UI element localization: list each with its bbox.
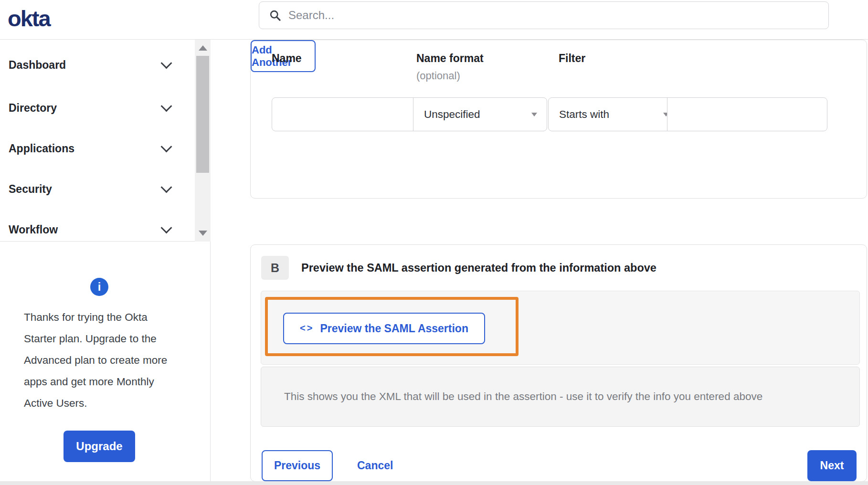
global-search-input[interactable]: Search... (259, 1, 829, 29)
name-format-select[interactable]: Unspecified (413, 97, 547, 131)
sidebar-item-dashboard[interactable]: Dashboard (9, 57, 173, 73)
sidebar-item-workflow[interactable]: Workflow (9, 221, 173, 238)
chevron-down-icon (160, 100, 172, 112)
sidebar-item-directory[interactable]: Directory (9, 100, 173, 116)
chevron-down-icon (160, 141, 172, 152)
scroll-down-icon[interactable] (199, 231, 207, 236)
top-header: okta Search... (0, 0, 868, 40)
filter-value-input[interactable] (667, 97, 827, 131)
previous-button[interactable]: Previous (262, 450, 333, 481)
name-format-optional-note: (optional) (416, 70, 460, 82)
preview-section-heading: Preview the SAML assertion generated fro… (301, 256, 656, 280)
saml-preview-card: B Preview the SAML assertion generated f… (250, 244, 867, 482)
preview-caption-text: This shows you the XML that will be used… (284, 390, 762, 403)
search-placeholder: Search... (288, 9, 334, 22)
scroll-up-icon[interactable] (199, 45, 207, 51)
page-bottom-edge (0, 481, 868, 485)
chevron-down-icon (160, 181, 172, 193)
search-icon (269, 9, 282, 22)
info-icon: i (90, 278, 108, 296)
sidebar-scrollbar[interactable] (195, 40, 211, 242)
filter-type-select[interactable]: Starts with (548, 97, 679, 131)
upgrade-button[interactable]: Upgrade (64, 431, 135, 462)
preview-caption-panel: This shows you the XML that will be used… (261, 367, 860, 427)
filter-column-label: Filter (559, 52, 585, 65)
chevron-down-icon (160, 57, 172, 69)
cancel-button[interactable]: Cancel (357, 450, 393, 481)
attribute-name-input[interactable] (272, 97, 430, 131)
preview-saml-assertion-button[interactable]: <> Preview the SAML Assertion (283, 313, 485, 344)
sidebar-menu: Dashboard Directory Applications Securit… (0, 40, 211, 242)
step-b-badge: B (261, 256, 289, 280)
next-button[interactable]: Next (807, 450, 857, 481)
dropdown-caret-icon (531, 113, 537, 116)
sidebar-item-security[interactable]: Security (9, 181, 173, 197)
code-icon: <> (300, 323, 314, 334)
chevron-down-icon (160, 222, 172, 233)
attribute-statements-card: Name Name format (optional) Filter Unspe… (250, 40, 867, 199)
name-format-column-label: Name format (416, 52, 484, 65)
trial-message: Thanks for trying the Okta Starter plan.… (24, 306, 176, 414)
scrollbar-thumb[interactable] (196, 56, 209, 173)
name-column-label: Name (272, 52, 302, 65)
sidebar-item-applications[interactable]: Applications (9, 140, 173, 157)
okta-logo: okta (8, 0, 50, 37)
